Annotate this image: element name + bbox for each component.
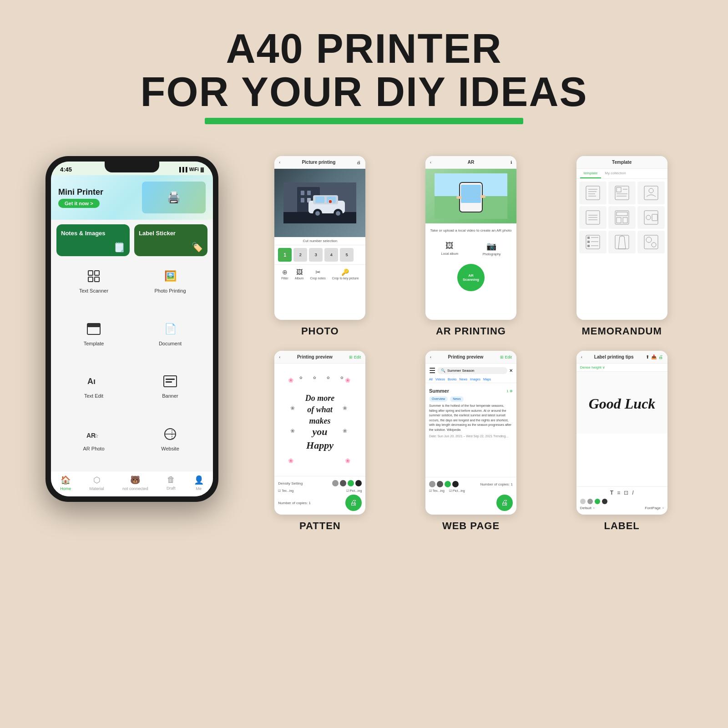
svg-text:🌸: 🌸 — [345, 458, 351, 464]
memo-item-3[interactable] — [637, 182, 665, 204]
label-height-label: Dense height ∨ — [580, 365, 605, 369]
thumb-3[interactable]: 3 — [309, 248, 323, 262]
filter-btn[interactable]: ⊕ Filter — [281, 268, 288, 280]
crop-notes-btn[interactable]: ✂ Crop notes — [310, 268, 325, 280]
pattern-title: Printing preview — [297, 354, 333, 359]
ar-frame: ‹ AR ℹ — [425, 156, 516, 320]
print-icon: 🖨 — [357, 160, 361, 165]
memo-item-6[interactable] — [637, 206, 665, 229]
app-photo-printing[interactable]: 🖼️ Photo Printing — [132, 261, 208, 313]
web-print-button[interactable]: 🖨 — [496, 495, 513, 511]
nav-me[interactable]: 👤 Me — [194, 475, 204, 491]
memo-item-7[interactable] — [579, 231, 607, 253]
ar-scan-label: ARScanning — [463, 273, 479, 282]
banner-button[interactable]: Get it now > — [58, 199, 100, 208]
svg-point-59 — [646, 215, 651, 220]
label-sticker-button[interactable]: Label Sticker 🏷️ — [134, 224, 207, 256]
default-font-label: Default — [580, 506, 592, 510]
quick-actions: Notes & Images 🗒️ Label Sticker 🏷️ — [51, 220, 213, 261]
web-density-row: Number of copies: 1 — [429, 481, 513, 487]
density-low[interactable] — [332, 480, 339, 486]
app-text-scanner[interactable]: Text Scanner — [56, 261, 132, 313]
app-ar-photo[interactable]: AR☆ AR Photo — [56, 419, 132, 471]
nav-printer[interactable]: 🐻 not connected — [122, 475, 148, 491]
notes-images-button[interactable]: Notes & Images 🗒️ — [56, 224, 130, 256]
app-banner[interactable]: Banner — [132, 366, 208, 419]
web-density-4[interactable] — [452, 481, 459, 487]
memo-label: MEMORANDUM — [582, 325, 662, 337]
label-d2[interactable] — [587, 499, 593, 504]
ar-info-icon: ℹ — [511, 160, 512, 165]
svg-rect-36 — [456, 196, 462, 199]
web-tab-videos[interactable]: Videos — [435, 378, 445, 381]
web-pict-label: ☑ Pict...ing — [449, 489, 465, 492]
web-density-1[interactable] — [429, 481, 435, 487]
density-high[interactable] — [348, 480, 354, 486]
app-website[interactable]: Website — [132, 419, 208, 471]
memo-item-1[interactable] — [579, 182, 607, 204]
label-tool-align[interactable]: ≡ — [617, 490, 620, 496]
label-header-actions: ⬆ 📥 🖨 — [646, 354, 663, 359]
crop-key-btn[interactable]: 🔑 Crop to key picture — [332, 268, 359, 280]
app-grid: Text Scanner 🖼️ Photo Printing Template … — [51, 261, 213, 471]
ar-scan-button[interactable]: ARScanning — [457, 264, 485, 291]
web-tab-maps[interactable]: Maps — [483, 378, 491, 381]
thumb-5[interactable]: 5 — [340, 248, 354, 262]
chip-news[interactable]: News — [450, 396, 464, 402]
svg-rect-2 — [88, 277, 93, 282]
nav-home[interactable]: 🏠 Home — [60, 475, 71, 491]
label-d3[interactable] — [595, 499, 600, 504]
svg-point-29 — [336, 211, 340, 216]
memo-item-5[interactable] — [608, 206, 636, 229]
label-tool-T[interactable]: T — [610, 490, 613, 496]
label-tool-italic[interactable]: I — [632, 490, 633, 496]
pattern-label: PATTEN — [299, 520, 341, 532]
photo-title: Picture printing — [302, 160, 335, 165]
app-template[interactable]: Template — [56, 313, 132, 366]
album-btn[interactable]: 🖼 Album — [295, 268, 304, 280]
memo-item-8[interactable] — [608, 231, 636, 253]
thumb-2[interactable]: 2 — [293, 248, 307, 262]
label-spacer — [576, 434, 667, 486]
svg-text:makes: makes — [309, 416, 331, 425]
bottom-nav: 🏠 Home ⬡ Material 🐻 not connected 🗑 Draf… — [51, 471, 213, 496]
web-tab-images[interactable]: Images — [470, 378, 480, 381]
label-d4[interactable] — [602, 499, 607, 504]
back-icon: ‹ — [279, 160, 280, 165]
app-text-edit[interactable]: Aı Text Edit — [56, 366, 132, 419]
memo-tab-template[interactable]: template — [580, 169, 602, 178]
local-album-btn[interactable]: 🖼 Local album — [441, 241, 459, 256]
density-max[interactable] — [355, 480, 362, 486]
webpage-label: WEB PAGE — [442, 520, 500, 532]
label-d1[interactable] — [580, 499, 586, 504]
memo-item-2[interactable] — [608, 182, 636, 204]
thumb-1[interactable]: 1 — [278, 248, 292, 262]
photography-btn[interactable]: 📷 Photography — [483, 241, 501, 256]
app-banner: Mini Printer Get it now > 🖨️ — [51, 175, 213, 220]
web-tab-books[interactable]: Books — [448, 378, 456, 381]
nav-draft[interactable]: 🗑 Draft — [167, 475, 176, 491]
app-document[interactable]: 📄 Document — [132, 313, 208, 366]
web-search-bar[interactable]: 🔍 Summer Season — [437, 367, 507, 374]
screenshot-label: ‹ Label printing tips ⬆ 📥 🖨 Dense height… — [552, 351, 692, 532]
memo-item-9[interactable] — [637, 231, 665, 253]
memo-grid — [576, 179, 667, 256]
label-tool-size[interactable]: ⊡ — [624, 490, 628, 496]
label-font-row: Default › FontPage › — [580, 506, 664, 510]
wifi-icon: WiFi — [189, 167, 199, 172]
nav-material[interactable]: ⬡ Material — [90, 475, 104, 491]
web-tab-news[interactable]: News — [460, 378, 468, 381]
thumb-4[interactable]: 4 — [324, 248, 338, 262]
web-tab-all[interactable]: All — [429, 378, 433, 381]
web-density-2[interactable] — [437, 481, 443, 487]
density-options — [332, 480, 362, 486]
memo-tab-collection[interactable]: My collection — [601, 169, 629, 178]
web-density-3[interactable] — [445, 481, 451, 487]
pattern-preview: 🌸 🌸 🌸 🌸 ✿ ✿ ✿ ✿ Do more of what — [274, 364, 365, 476]
print-button[interactable]: 🖨 — [345, 495, 362, 511]
chip-overview[interactable]: Overview — [429, 396, 448, 402]
text-scanner-icon — [85, 267, 103, 285]
print-info-row: ☑ Tex...ing ☑ Pict...ing — [278, 489, 362, 493]
density-med[interactable] — [340, 480, 346, 486]
memo-item-4[interactable] — [579, 206, 607, 229]
